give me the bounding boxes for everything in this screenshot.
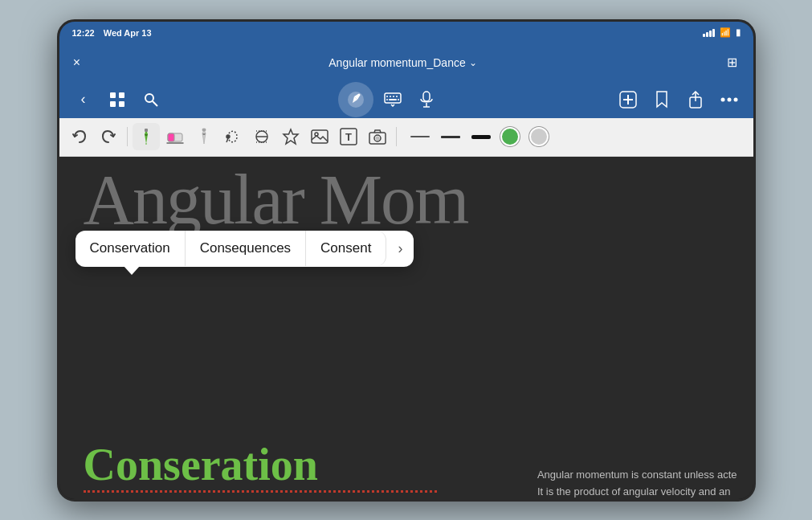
add-button[interactable] xyxy=(614,85,643,114)
wifi-icon: 📶 xyxy=(720,27,731,38)
secondary-nav: ‹ xyxy=(59,81,753,118)
content-area: Angular Mom Conservation Consequences Co… xyxy=(59,157,753,502)
eraser-button[interactable] xyxy=(161,123,189,150)
camera-button[interactable] xyxy=(364,123,391,150)
image-button[interactable] xyxy=(306,123,333,150)
autocorrect-more-button[interactable]: › xyxy=(386,231,414,267)
battery-icon: ▮ xyxy=(736,27,741,38)
medium-line-button[interactable] xyxy=(437,123,464,150)
pencil-tool-button[interactable] xyxy=(190,123,218,150)
svg-rect-0 xyxy=(110,92,116,98)
redo-button[interactable] xyxy=(95,123,122,150)
svg-text:T: T xyxy=(345,131,352,143)
microphone-button[interactable] xyxy=(412,85,441,114)
thin-line-button[interactable] xyxy=(406,123,434,150)
autocorrect-popup: Conservation Consequences Consent › xyxy=(75,231,414,267)
svg-rect-2 xyxy=(110,101,116,107)
nav-title-area: Angular momentum_Dance ⌄ xyxy=(93,56,713,69)
handwritten-area: Conseration xyxy=(84,442,437,493)
line-options xyxy=(406,123,495,150)
svg-rect-1 xyxy=(119,92,124,98)
svg-point-44 xyxy=(375,137,379,141)
separator-2 xyxy=(396,127,397,146)
svg-rect-27 xyxy=(145,129,148,132)
device-frame: 12:22 Wed Apr 13 📶 ▮ × Angular momentum_… xyxy=(57,19,756,502)
back-button[interactable]: ‹ xyxy=(69,85,98,114)
svg-point-4 xyxy=(145,94,153,102)
document-title: Angular momentum_Dance xyxy=(328,56,465,69)
close-button[interactable]: × xyxy=(67,53,87,72)
lasso-button[interactable] xyxy=(219,123,247,150)
svg-rect-32 xyxy=(202,129,206,131)
status-left: 12:22 Wed Apr 13 xyxy=(72,28,152,38)
star-button[interactable] xyxy=(277,123,304,150)
gray-color-button[interactable] xyxy=(525,123,553,150)
svg-rect-3 xyxy=(119,101,124,107)
text-button[interactable]: T xyxy=(335,123,362,150)
date: Wed Apr 13 xyxy=(104,28,152,38)
status-right: 📶 ▮ xyxy=(703,27,741,38)
autocorrect-item-consent[interactable]: Consent xyxy=(306,231,386,266)
separator-1 xyxy=(127,127,128,146)
spell-check-underline xyxy=(84,490,437,493)
pen-tool-button[interactable] xyxy=(133,123,160,150)
slide-heading: Angular Mom xyxy=(59,165,753,235)
svg-rect-8 xyxy=(385,93,401,103)
svg-point-26 xyxy=(733,97,737,101)
search-button[interactable] xyxy=(137,85,165,114)
drawing-toolbar: T xyxy=(59,118,753,157)
svg-line-5 xyxy=(153,101,157,106)
side-text-line2: It is the product of angular velocity an… xyxy=(537,484,737,501)
thick-line-button[interactable] xyxy=(467,123,495,150)
autocorrect-item-consequences[interactable]: Consequences xyxy=(186,231,306,266)
svg-rect-30 xyxy=(168,133,174,141)
handwritten-text: Conseration xyxy=(84,442,437,487)
status-bar: 12:22 Wed Apr 13 📶 ▮ xyxy=(59,22,753,44)
svg-point-7 xyxy=(357,93,360,96)
title-chevron-icon[interactable]: ⌄ xyxy=(469,57,477,68)
shapes-button[interactable] xyxy=(248,123,275,150)
svg-line-34 xyxy=(226,138,228,142)
split-view-button[interactable]: ⊞ xyxy=(720,50,745,76)
svg-rect-38 xyxy=(312,130,328,143)
bookmark-button[interactable] xyxy=(647,85,676,114)
grid-button[interactable] xyxy=(103,85,132,114)
side-text-line1: Angular momentum is constant unless acte xyxy=(537,467,737,484)
time: 12:22 xyxy=(72,28,95,38)
side-content-text: Angular momentum is constant unless acte… xyxy=(537,467,737,501)
autocorrect-item-conservation[interactable]: Conservation xyxy=(75,231,186,266)
signal-icon xyxy=(703,29,715,37)
more-button[interactable] xyxy=(715,85,744,114)
nav-bar: × Angular momentum_Dance ⌄ ⊞ xyxy=(59,44,753,81)
undo-button[interactable] xyxy=(66,123,93,150)
pencil-button[interactable] xyxy=(338,82,373,117)
keyboard-button[interactable] xyxy=(378,85,407,114)
svg-marker-37 xyxy=(284,129,298,144)
svg-point-33 xyxy=(226,135,230,138)
svg-rect-16 xyxy=(423,92,430,101)
green-color-button[interactable] xyxy=(496,123,524,150)
svg-point-25 xyxy=(727,97,731,101)
svg-point-24 xyxy=(720,97,724,101)
share-button[interactable] xyxy=(681,85,710,114)
